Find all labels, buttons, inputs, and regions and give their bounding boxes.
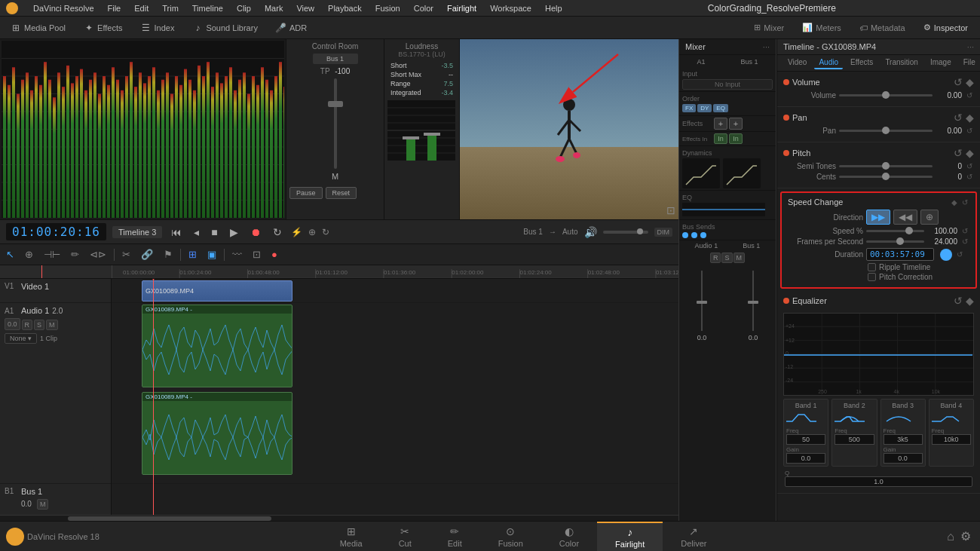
band-1-freq-input[interactable] (786, 434, 825, 445)
a1-r-btn[interactable]: R (22, 320, 33, 330)
tab-file[interactable]: File (959, 57, 980, 69)
band-4-freq-input[interactable] (932, 434, 971, 445)
tab-deliver[interactable]: ↗ Deliver (663, 522, 724, 551)
pan-slider-thumb[interactable] (882, 127, 890, 134)
fullscreen-btn[interactable]: ⌂ (947, 530, 954, 543)
ch-s-btn[interactable]: S (721, 253, 732, 263)
reset-button[interactable]: Reset (326, 187, 357, 199)
nav-meters[interactable]: 📊 Meters (796, 20, 847, 35)
speed-keyframe-btn[interactable]: ◆ (950, 198, 959, 207)
transport-go-start[interactable]: ⏮ (168, 225, 185, 240)
tab-audio[interactable]: Audio (814, 57, 843, 69)
a1-volume-btn[interactable]: 0.0 (5, 318, 20, 330)
tab-fusion[interactable]: ⊙ Fusion (480, 522, 541, 551)
tool-extra[interactable]: ⊡ (250, 247, 264, 262)
effects-in-a[interactable]: In (714, 133, 727, 144)
menu-timeline[interactable]: Timeline (186, 2, 229, 14)
toolbar-index[interactable]: ☰ Index (136, 21, 179, 35)
tab-video[interactable]: Video (783, 57, 811, 69)
semi-tones-slider[interactable] (839, 165, 933, 167)
menu-file[interactable]: File (102, 2, 127, 14)
tab-image[interactable]: Image (926, 57, 956, 69)
tool-ripple[interactable]: ⊲⊳ (87, 247, 109, 262)
ch-r-btn[interactable]: R (710, 253, 721, 263)
ch-m-btn[interactable]: M (733, 253, 746, 263)
speed-slider-thumb[interactable] (905, 227, 913, 234)
transport-extra-1[interactable]: ⚡ (291, 227, 302, 237)
transport-stop[interactable]: ■ (208, 225, 220, 240)
transport-extra-3[interactable]: ↻ (322, 227, 329, 237)
nav-inspector[interactable]: ⚙ Inspector (917, 20, 974, 35)
fx-badge-dy[interactable]: DY (697, 104, 712, 112)
volume-slider-thumb[interactable] (882, 91, 890, 99)
band-2-freq-input[interactable] (835, 434, 874, 445)
dim-button[interactable]: DIM (654, 228, 673, 237)
fps-slider[interactable] (866, 240, 924, 243)
speed-percent-reset[interactable]: ↺ (960, 227, 969, 235)
effects-more-btn[interactable]: + (729, 118, 743, 130)
band-3-gain-input[interactable] (884, 453, 923, 464)
cents-reset[interactable]: ↺ (965, 173, 974, 181)
menu-edit[interactable]: Edit (128, 2, 155, 14)
ripple-checkbox[interactable] (868, 263, 876, 271)
tool-wave[interactable]: 〰 (229, 247, 245, 262)
tool-flag[interactable]: ⚑ (161, 247, 176, 262)
pan-keyframe-btn[interactable]: ◆ (966, 112, 974, 124)
timeline-name[interactable]: Timeline 3 (112, 226, 162, 238)
semi-tones-thumb[interactable] (882, 162, 890, 170)
toolbar-media-pool[interactable]: ⊞ Media Pool (6, 21, 70, 35)
menu-fusion[interactable]: Fusion (369, 2, 406, 14)
tab-media[interactable]: ⊞ Media (322, 522, 381, 551)
tab-transition[interactable]: Transition (880, 57, 923, 69)
tab-fairlight[interactable]: ♪ Fairlight (597, 522, 663, 551)
fader-a1-handle[interactable] (697, 301, 707, 304)
pan-reset-btn[interactable]: ↺ (954, 112, 963, 124)
eq-keyframe-btn[interactable]: ◆ (966, 295, 974, 307)
timeline-scrollbar[interactable] (0, 515, 678, 521)
menu-mark[interactable]: Mark (259, 2, 289, 14)
a1-none-dropdown[interactable]: None ▾ (5, 333, 37, 344)
fps-reset[interactable]: ↺ (960, 237, 969, 246)
fps-slider-thumb[interactable] (896, 237, 904, 245)
duration-input[interactable]: 00:03:57:09 (866, 248, 934, 261)
volume-param-reset[interactable]: ↺ (965, 91, 974, 99)
control-room-fader-thumb[interactable] (328, 101, 343, 107)
volume-slider[interactable] (839, 94, 933, 96)
input-dropdown[interactable]: No Input (682, 79, 773, 90)
cents-thumb[interactable] (882, 173, 890, 180)
tool-blade[interactable]: ✂ (119, 247, 133, 262)
dir-extra-btn[interactable]: ⊕ (920, 210, 939, 225)
menu-davinci[interactable]: DaVinci Resolve (27, 2, 100, 14)
preview-settings-icon[interactable]: ⊡ (666, 204, 675, 216)
settings-btn[interactable]: ⚙ (960, 529, 971, 543)
audio-clip-1[interactable]: GX010089.MP4 - (142, 305, 292, 387)
speed-reset-btn[interactable]: ↺ (960, 198, 969, 207)
audio-clip-2[interactable]: GX010089.MP4 - (142, 392, 292, 475)
tool-draw[interactable]: ✏ (68, 247, 82, 262)
transport-loop[interactable]: ↻ (270, 225, 285, 240)
effects-in-b[interactable]: In (729, 133, 743, 144)
dir-reverse-btn[interactable]: ◀◀ (893, 210, 917, 225)
volume-keyframe-btn[interactable]: ◆ (966, 76, 974, 88)
b1-m-btn[interactable]: M (37, 499, 49, 510)
tab-color[interactable]: ◐ Color (541, 522, 597, 551)
eq-reset-btn[interactable]: ↺ (954, 295, 963, 307)
fader-b1-handle[interactable] (748, 301, 758, 304)
pitch-keyframe-btn[interactable]: ◆ (966, 147, 974, 159)
transport-prev-frame[interactable]: ◂ (191, 225, 202, 240)
effects-add-btn[interactable]: + (714, 118, 727, 130)
nav-metadata[interactable]: 🏷 Metadata (853, 20, 911, 35)
transport-extra-2[interactable]: ⊕ (308, 227, 316, 237)
menu-fairlight[interactable]: Fairlight (441, 2, 482, 14)
menu-view[interactable]: View (290, 2, 320, 14)
volume-icon[interactable]: 🔊 (584, 226, 597, 238)
fx-badge-eq[interactable]: EQ (713, 104, 728, 112)
tool-blade-edit[interactable]: ⊕ (22, 247, 36, 262)
timecode-display[interactable]: 01:00:20:16 (6, 223, 106, 240)
tool-trim[interactable]: ⊣⊢ (41, 247, 63, 262)
band-1-gain-input[interactable] (786, 453, 825, 464)
fader-a1-container[interactable] (699, 271, 705, 331)
speed-slider[interactable] (866, 230, 924, 232)
tab-edit[interactable]: ✏ Edit (430, 522, 480, 551)
menu-color[interactable]: Color (408, 2, 439, 14)
